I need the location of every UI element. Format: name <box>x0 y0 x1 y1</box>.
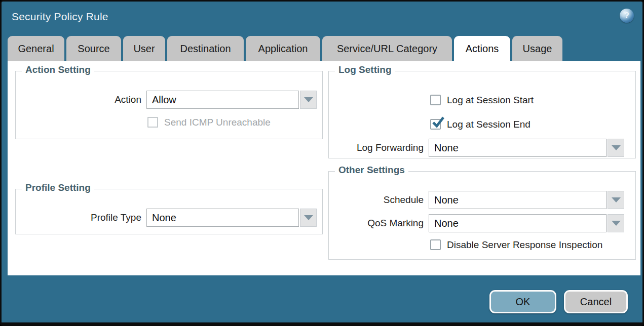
tab-application[interactable]: Application <box>246 36 320 61</box>
action-dropdown-button[interactable] <box>300 91 317 109</box>
profile-type-label: Profile Type <box>16 209 141 227</box>
log-forwarding-dropdown-button[interactable] <box>608 139 624 157</box>
dsri-checkbox[interactable] <box>430 239 441 250</box>
check-icon <box>432 116 445 129</box>
log-session-start-checkbox[interactable] <box>430 95 441 105</box>
help-icon-glyph: ? <box>624 11 629 20</box>
log-forwarding-label: Log Forwarding <box>329 139 424 157</box>
action-setting-title: Action Setting <box>22 64 94 75</box>
profile-setting-group: Profile Setting Profile Type None <box>15 189 323 234</box>
qos-marking-select[interactable]: None <box>429 214 607 232</box>
cancel-button[interactable]: Cancel <box>564 290 628 313</box>
schedule-select[interactable]: None <box>429 191 607 209</box>
tab-destination[interactable]: Destination <box>167 36 244 61</box>
chevron-down-icon <box>304 215 313 220</box>
tab-usage[interactable]: Usage <box>512 36 562 61</box>
qos-marking-dropdown-button[interactable] <box>608 214 624 232</box>
chevron-down-icon <box>612 197 621 202</box>
send-icmp-label: Send ICMP Unreachable <box>164 117 271 128</box>
other-settings-group: Other Settings Schedule None QoS Marking… <box>328 171 636 260</box>
tab-user[interactable]: User <box>123 36 165 61</box>
log-session-end-label[interactable]: Log at Session End <box>447 119 531 130</box>
action-setting-group: Action Setting Action Allow Send ICMP Un… <box>15 71 323 139</box>
log-session-start-label[interactable]: Log at Session Start <box>447 95 534 105</box>
log-forwarding-dropdown: None <box>429 139 624 157</box>
log-forwarding-select[interactable]: None <box>429 139 607 157</box>
chevron-down-icon <box>304 97 313 102</box>
qos-marking-label: QoS Marking <box>329 214 424 232</box>
chevron-down-icon <box>612 145 621 150</box>
log-setting-group: Log Setting Log at Session Start Log at … <box>328 71 636 158</box>
schedule-dropdown-button[interactable] <box>608 191 624 209</box>
actions-tab-panel: Action Setting Action Allow Send ICMP Un… <box>8 61 640 275</box>
tab-bar: General Source User Destination Applicat… <box>8 36 562 61</box>
chevron-down-icon <box>612 221 621 226</box>
dsri-label[interactable]: Disable Server Response Inspection <box>447 239 602 250</box>
other-settings-title: Other Settings <box>335 165 408 176</box>
log-setting-title: Log Setting <box>335 64 395 75</box>
action-dropdown: Allow <box>146 91 317 109</box>
schedule-dropdown: None <box>429 191 624 209</box>
action-label: Action <box>16 91 141 109</box>
schedule-label: Schedule <box>329 191 424 209</box>
profile-type-select[interactable]: None <box>146 209 299 227</box>
dialog-title: Security Policy Rule <box>12 11 108 23</box>
qos-marking-dropdown: None <box>429 214 624 232</box>
help-icon[interactable]: ? <box>620 9 634 23</box>
tab-actions[interactable]: Actions <box>454 36 510 62</box>
tab-general[interactable]: General <box>8 36 64 61</box>
action-select[interactable]: Allow <box>146 91 299 109</box>
ok-button[interactable]: OK <box>489 290 556 313</box>
tab-service-url-category[interactable]: Service/URL Category <box>322 36 452 61</box>
send-icmp-checkbox-disabled-overlay <box>147 117 158 128</box>
tab-source[interactable]: Source <box>66 36 121 61</box>
profile-setting-title: Profile Setting <box>22 182 94 193</box>
dialog-titlebar: Security Policy Rule ? <box>2 2 642 33</box>
profile-type-dropdown-button[interactable] <box>300 209 317 227</box>
security-policy-rule-dialog: Security Policy Rule ? General Source Us… <box>0 0 644 326</box>
profile-type-dropdown: None <box>146 209 317 227</box>
log-session-end-checkbox[interactable] <box>430 119 441 130</box>
